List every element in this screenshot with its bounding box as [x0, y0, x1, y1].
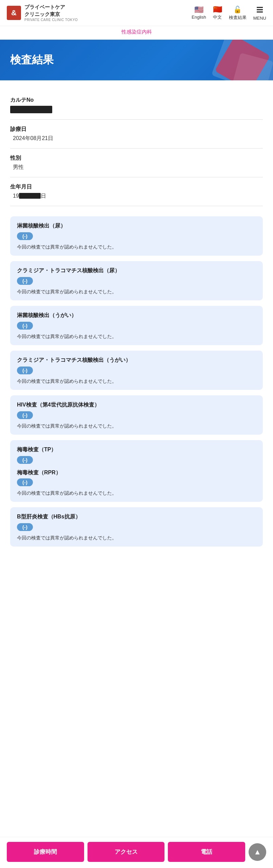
sex-value: 男性: [10, 164, 263, 171]
top-nav: 🇺🇸 English 🇨🇳 中文 🔓 検査結果 ☰ MENU: [192, 5, 266, 21]
result-badge-6: (-): [17, 456, 33, 464]
result-name-4: クラミジア・トラコマチス核酸検出（うがい）: [17, 357, 256, 364]
chinese-flag-icon: 🇨🇳: [213, 6, 222, 13]
hero-decoration: [198, 40, 273, 80]
nav-english[interactable]: 🇺🇸 English: [192, 6, 206, 20]
results-section: 淋菌核酸検出（尿） (-) 今回の検査では異常が認められませんでした。 クラミジ…: [10, 216, 263, 547]
result-name-7: B型肝炎検査（HBs抗原）: [17, 513, 256, 520]
result-note-4: 今回の検査では異常が認められませんでした。: [17, 378, 256, 384]
header: & プライベートケア クリニック東京 PRIVATE CARE CLINIC T…: [0, 0, 273, 26]
hero-banner: 検査結果: [0, 40, 273, 80]
nav-english-label: English: [192, 15, 206, 20]
result-note-3: 今回の検査では異常が認められませんでした。: [17, 334, 256, 340]
result-badge-1: (-): [17, 232, 33, 240]
dob-value: 19 日: [10, 193, 263, 200]
result-badge-2: (-): [17, 277, 33, 285]
result-note-2: 今回の検査では異常が認められませんでした。: [17, 289, 256, 295]
result-name-5: HIV検査（第4世代抗原抗体検査）: [17, 401, 256, 409]
logo-ampersand-icon: &: [7, 6, 21, 20]
sti-link[interactable]: 性感染症内科: [121, 29, 152, 35]
result-card-6: 梅毒検査（TP） (-) 梅毒検査（RPR） (-) 今回の検査では異常が認めら…: [10, 440, 263, 502]
page-title: 検査結果: [10, 53, 54, 67]
dob-label: 生年月日: [10, 183, 263, 191]
nav-menu-label: MENU: [253, 16, 266, 21]
footer-bar: 診療時間 アクセス 電話 ▲: [0, 837, 273, 868]
result-card-2: クラミジア・トラコマチス核酸検出（尿） (-) 今回の検査では異常が認められませ…: [10, 261, 263, 300]
result-card-1: 淋菌核酸検出（尿） (-) 今回の検査では異常が認められませんでした。: [10, 216, 263, 256]
scroll-top-button[interactable]: ▲: [249, 843, 266, 861]
sub-header: 性感染症内科: [0, 26, 273, 40]
result-note-5: 今回の検査では異常が認められませんでした。: [17, 423, 256, 429]
result-name-2: クラミジア・トラコマチス核酸検出（尿）: [17, 267, 256, 274]
result-card-5: HIV検査（第4世代抗原抗体検査） (-) 今回の検査では異常が認められませんで…: [10, 395, 263, 435]
access-button[interactable]: アクセス: [87, 842, 165, 862]
karte-value: [10, 106, 52, 113]
result-badge-7: (-): [17, 523, 33, 531]
date-section: 診療日 2024年08月21日: [10, 120, 263, 149]
result-name-3: 淋菌核酸検出（うがい）: [17, 312, 256, 319]
result-card-4: クラミジア・トラコマチス核酸検出（うがい） (-) 今回の検査では異常が認められ…: [10, 351, 263, 390]
lock-icon: 🔓: [233, 5, 242, 14]
date-label: 診療日: [10, 126, 263, 133]
nav-results-label: 検査結果: [229, 15, 247, 21]
nav-chinese-label: 中文: [213, 14, 222, 20]
logo-main-name: プライベートケア: [24, 3, 78, 11]
karte-label: カルテNo: [10, 97, 263, 104]
result-badge-5: (-): [17, 411, 33, 419]
date-value: 2024年08月21日: [10, 135, 263, 142]
phone-button[interactable]: 電話: [168, 842, 245, 862]
karte-section: カルテNo: [10, 91, 263, 120]
result-note-1: 今回の検査では異常が認められませんでした。: [17, 244, 256, 250]
logo-sub-name: PRIVATE CARE CLINIC TOKYO: [24, 18, 78, 22]
sex-label: 性別: [10, 155, 263, 162]
hours-button[interactable]: 診療時間: [7, 842, 84, 862]
dob-section: 生年月日 19 日: [10, 177, 263, 206]
sex-section: 性別 男性: [10, 149, 263, 177]
result-note-7: 今回の検査では異常が認められませんでした。: [17, 535, 256, 541]
result-badge-4: (-): [17, 367, 33, 374]
english-flag-icon: 🇺🇸: [194, 6, 203, 14]
result-name-1: 淋菌核酸検出（尿）: [17, 222, 256, 230]
nav-chinese[interactable]: 🇨🇳 中文: [213, 6, 222, 20]
logo-area: & プライベートケア クリニック東京 PRIVATE CARE CLINIC T…: [7, 3, 78, 22]
logo-text: プライベートケア クリニック東京 PRIVATE CARE CLINIC TOK…: [24, 3, 78, 22]
result-badge-3: (-): [17, 322, 33, 330]
hamburger-icon: ☰: [256, 5, 263, 15]
result-card-3: 淋菌核酸検出（うがい） (-) 今回の検査では異常が認められませんでした。: [10, 306, 263, 345]
result-card-7: B型肝炎検査（HBs抗原） (-) 今回の検査では異常が認められませんでした。: [10, 507, 263, 547]
result-sub-name-6: 梅毒検査（RPR）: [17, 469, 256, 476]
nav-menu[interactable]: ☰ MENU: [253, 5, 266, 21]
scroll-top-icon: ▲: [254, 848, 261, 856]
result-sub-block-6: 梅毒検査（RPR） (-): [17, 469, 256, 489]
result-sub-badge-6: (-): [17, 478, 33, 486]
nav-results[interactable]: 🔓 検査結果: [229, 5, 247, 21]
result-name-6: 梅毒検査（TP）: [17, 446, 256, 453]
result-note-6: 今回の検査では異常が認められませんでした。: [17, 490, 256, 496]
main-content: カルテNo 診療日 2024年08月21日 性別 男性 生年月日 19 日 淋菌…: [0, 80, 273, 596]
logo-line2: クリニック東京: [24, 11, 78, 18]
